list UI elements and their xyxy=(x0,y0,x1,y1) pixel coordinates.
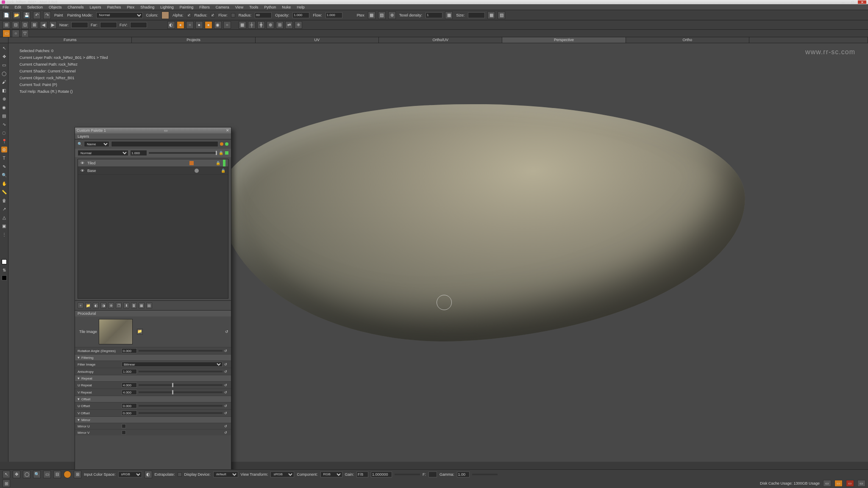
menu-view[interactable]: View xyxy=(235,5,243,9)
layer-item-tiled[interactable]: 👁 Tiled 🔒 xyxy=(78,159,228,167)
u-repeat-input[interactable] xyxy=(122,383,137,388)
bb-badge-orange[interactable]: ▭ xyxy=(835,480,843,487)
maximize-button[interactable]: ▢ xyxy=(849,0,857,4)
add-adj-icon[interactable]: ◑ xyxy=(100,302,106,308)
visibility-icon[interactable]: 👁 xyxy=(81,169,85,173)
extrapolate-checkbox[interactable] xyxy=(178,472,182,477)
tab-perspective[interactable]: Perspective xyxy=(502,37,626,43)
add-mask-icon[interactable]: ◐ xyxy=(93,302,99,308)
mirror-icon[interactable]: ⇄ xyxy=(285,21,293,29)
flow-input[interactable] xyxy=(326,12,342,18)
v-repeat-slider[interactable] xyxy=(139,391,223,393)
v-offset-slider[interactable] xyxy=(139,412,223,414)
ptex-btn3-icon[interactable]: ⊕ xyxy=(388,11,396,19)
reset-icon[interactable]: ↺ xyxy=(224,370,228,374)
mirror-u-checkbox[interactable] xyxy=(122,424,126,428)
fov-input[interactable] xyxy=(130,22,147,28)
menu-shading[interactable]: Shading xyxy=(140,5,154,9)
sb-icon-4[interactable]: 🔍 xyxy=(33,471,41,478)
menu-python[interactable]: Python xyxy=(264,5,276,9)
sb-dot-icon[interactable] xyxy=(64,471,71,478)
duplicate-icon[interactable]: ❐ xyxy=(116,302,122,308)
reset-icon[interactable]: ↺ xyxy=(224,404,228,408)
tb2-icon-1[interactable]: ⊞ xyxy=(3,21,10,29)
layer-opacity-slider[interactable] xyxy=(149,152,217,154)
anisotropy-slider[interactable] xyxy=(139,371,223,372)
u-repeat-slider[interactable] xyxy=(139,384,223,386)
tb3-icon-1[interactable]: ▭ xyxy=(3,30,10,37)
flow-checkbox[interactable] xyxy=(231,13,235,17)
background-color-swatch[interactable] xyxy=(2,275,7,280)
search-input[interactable] xyxy=(111,141,218,147)
u-offset-slider[interactable] xyxy=(139,405,223,407)
sb-icon-8[interactable]: ◐ xyxy=(145,471,152,478)
collapse-icon[interactable]: ▾ xyxy=(78,397,80,401)
sym-icon[interactable]: ⁜ xyxy=(295,21,302,29)
tab-uv[interactable]: UV xyxy=(256,37,379,43)
far-input[interactable] xyxy=(100,22,117,28)
v-repeat-input[interactable] xyxy=(122,390,137,395)
select-tool-icon[interactable]: ↖ xyxy=(1,45,7,51)
close-button[interactable]: ✕ xyxy=(858,0,866,4)
layer-lock-icon[interactable]: 🔒 xyxy=(221,169,225,173)
menu-tools[interactable]: Tools xyxy=(249,5,258,9)
poly-tool-icon[interactable]: △ xyxy=(1,214,7,220)
menu-edit[interactable]: Edit xyxy=(15,5,22,9)
trash-tool-icon[interactable]: 🗑 xyxy=(1,197,7,203)
mirror-v-checkbox[interactable] xyxy=(122,430,126,435)
grid-icon[interactable]: ▦ xyxy=(239,21,246,29)
mask-tool-icon[interactable]: ▣ xyxy=(1,223,7,229)
filtering-header[interactable]: ▾ Filtering xyxy=(75,354,231,360)
merge-icon[interactable]: ⬇ xyxy=(123,302,129,308)
foreground-color-swatch[interactable] xyxy=(2,259,7,264)
bb-icon-1[interactable]: ⊞ xyxy=(3,480,10,487)
add-layer-icon[interactable]: + xyxy=(78,302,83,308)
smudge-tool-icon[interactable]: ∿ xyxy=(1,121,7,127)
layer-indicator-icon[interactable] xyxy=(225,151,228,155)
minimize-button[interactable]: — xyxy=(839,0,848,4)
visibility-icon[interactable]: 👁 xyxy=(81,161,85,165)
menu-layers[interactable]: Layers xyxy=(90,5,101,9)
size-btn2-icon[interactable]: ▨ xyxy=(498,11,505,19)
f-input[interactable] xyxy=(428,471,437,477)
display-device-select[interactable]: default xyxy=(213,471,238,477)
snap-icon-1[interactable]: ┼ xyxy=(248,21,256,29)
text-tool-icon[interactable]: T xyxy=(1,155,7,161)
panel-undock-icon[interactable]: ▭ xyxy=(164,128,168,133)
hand-tool-icon[interactable]: ✋ xyxy=(1,180,7,186)
filter-image-select[interactable]: Bilinear xyxy=(122,362,223,367)
offset-header[interactable]: ▾ Offset xyxy=(75,396,231,402)
u-offset-input[interactable] xyxy=(122,403,137,408)
redo-icon[interactable]: ↷ xyxy=(43,11,51,19)
sb-icon-5[interactable]: ▭ xyxy=(43,471,51,478)
ptex-btn2-icon[interactable]: ▨ xyxy=(378,11,386,19)
menu-objects[interactable]: Objects xyxy=(49,5,62,9)
bb-badge-1[interactable]: ▭ xyxy=(823,480,831,487)
tab-ortho[interactable]: Ortho xyxy=(626,37,749,43)
panel-titlebar[interactable]: Custom Palette 1 ▭ ✕ xyxy=(75,128,231,133)
swap-colors-icon[interactable]: ⇅ xyxy=(1,267,7,273)
anisotropy-input[interactable] xyxy=(122,369,137,374)
snap-icon-3[interactable]: ⊕ xyxy=(267,21,274,29)
opacity-input[interactable] xyxy=(292,12,309,18)
marquee-tool-icon[interactable]: ▭ xyxy=(1,62,7,68)
extra-tool-icon[interactable]: ⋮ xyxy=(1,231,7,237)
menu-filters[interactable]: Filters xyxy=(199,5,210,9)
menu-file[interactable]: File xyxy=(3,5,9,9)
blend-mode-select[interactable]: Normal xyxy=(78,150,128,156)
save-icon[interactable]: 💾 xyxy=(23,11,31,19)
layer-btn9-icon[interactable]: ▦ xyxy=(139,302,145,308)
reset-icon[interactable]: ↺ xyxy=(224,411,228,415)
lt-icon-c[interactable]: ○ xyxy=(186,21,194,29)
measure-tool-icon[interactable]: 📏 xyxy=(1,189,7,195)
gain-short-input[interactable] xyxy=(356,471,368,477)
input-cs-select[interactable]: sRGB xyxy=(118,471,142,477)
search-mode-select[interactable]: Name xyxy=(84,141,109,147)
bb-badge-red[interactable]: ▭ xyxy=(846,480,854,487)
sb-icon-2[interactable]: ✥ xyxy=(13,471,20,478)
pin-tool-icon[interactable]: 📍 xyxy=(1,138,7,144)
snap-icon-2[interactable]: ╋ xyxy=(257,21,265,29)
size-btn1-icon[interactable]: ▦ xyxy=(487,11,495,19)
ptex-btn1-icon[interactable]: ▦ xyxy=(368,11,376,19)
bucket-tool-icon[interactable]: ◉ xyxy=(1,104,7,110)
